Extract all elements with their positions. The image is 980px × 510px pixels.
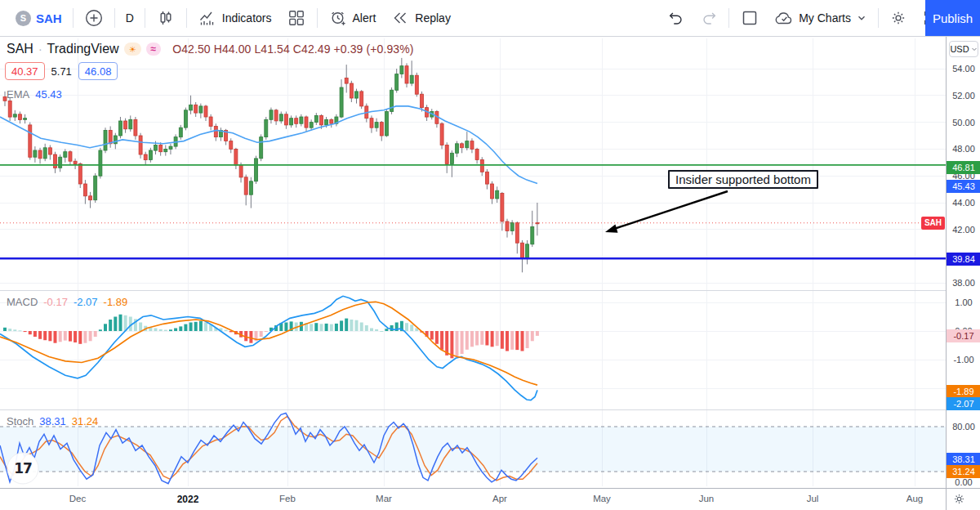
axis-price-badge: 46.81 [947, 161, 980, 174]
axis-price-badge: 39.84 [947, 253, 980, 266]
time-axis-month-label: May [593, 494, 611, 503]
indicators-label: Indicators [222, 11, 272, 25]
legend-symbol[interactable]: SAH [7, 42, 33, 56]
time-axis-gear-icon[interactable] [952, 492, 966, 509]
toolbar-divider [186, 8, 187, 28]
plus-circle-icon [84, 8, 104, 28]
macd-label: MACD [7, 296, 38, 308]
axis-tick-label: 42.00 [947, 224, 980, 235]
alert-clock-icon [328, 8, 348, 28]
ema-label: EMA [7, 88, 29, 101]
macd-hist-value: -0.17 [43, 296, 68, 308]
toolbar-divider [728, 8, 729, 28]
ema-value: 45.43 [35, 88, 62, 101]
currency-button[interactable]: USD [949, 41, 978, 57]
publish-button[interactable]: Publish [925, 0, 980, 36]
vertical-gridlines [78, 38, 915, 486]
cloud-check-icon [774, 8, 794, 28]
ema-legend[interactable]: EMA 45.43 [7, 88, 62, 101]
axis-tick-label: 0.00 [947, 476, 980, 488]
gear-icon [889, 9, 907, 27]
high-chip[interactable]: 46.08 [78, 62, 118, 80]
market-status-icon[interactable]: ☀ [124, 42, 141, 56]
time-axis-month-label: Mar [376, 494, 392, 503]
ohlc-values: O42.50 H44.00 L41.54 C42.49 +0.39 (+0.93… [172, 42, 413, 56]
layout-select-button[interactable] [733, 4, 767, 32]
last-price-symbol-marker: SAH [921, 217, 945, 230]
axis-tick-label: 80.00 [947, 421, 980, 432]
stoch-legend[interactable]: Stoch 38.31 31.24 [7, 415, 98, 427]
axis-price-badge: 31.24 [947, 465, 980, 478]
replay-button[interactable]: Replay [383, 4, 458, 32]
chart-style-button[interactable] [149, 4, 183, 32]
toolbar-divider [317, 8, 318, 28]
compare-add-button[interactable] [77, 4, 111, 32]
indicators-button[interactable]: Indicators [190, 4, 279, 32]
macd-histogram [3, 315, 539, 359]
stoch-d-value: 31.24 [72, 415, 99, 427]
single-layout-icon [740, 8, 760, 28]
axis-tick-label: 44.00 [947, 197, 980, 208]
interval-button[interactable]: D [118, 4, 141, 32]
annotation-text-box[interactable]: Insider supported bottom [668, 170, 818, 189]
symbol-name: SAH [36, 11, 62, 25]
axis-tick-label: 38.00 [947, 277, 980, 289]
symbol-search-button[interactable]: S SAH [8, 4, 69, 32]
macd-line-value: -2.07 [74, 296, 98, 308]
axis-price-badge: -2.07 [947, 397, 980, 410]
toolbar-divider [878, 8, 879, 28]
svg-text:17: 17 [14, 460, 32, 476]
stoch-k-value: 38.31 [39, 415, 66, 427]
axis-price-badge: 45.43 [947, 180, 980, 193]
legend-source: TradingView [47, 42, 119, 56]
time-axis-month-label: Jun [699, 494, 715, 503]
toolbar-divider [145, 8, 145, 28]
stoch-label: Stoch [7, 415, 33, 427]
alert-label: Alert [353, 11, 376, 25]
axis-corner-divider [946, 489, 947, 510]
redo-button[interactable] [693, 4, 725, 32]
axis-tick-label: 54.00 [947, 63, 980, 74]
settings-button[interactable] [882, 4, 915, 32]
axis-tick-label: 52.00 [947, 90, 980, 101]
time-axis-month-label: Dec [69, 494, 86, 503]
axis-tick-label: 48.00 [947, 143, 980, 154]
indicators-icon [198, 8, 217, 28]
undo-icon [667, 9, 685, 27]
pane-separator[interactable] [0, 409, 980, 410]
time-axis[interactable]: Dec2022FebMarAprMayJunJulAug [0, 488, 980, 509]
my-charts-button[interactable]: My Charts [767, 4, 875, 32]
axis-tick-label: -1.00 [947, 354, 980, 365]
range-value: 5.71 [51, 65, 72, 78]
macd-legend[interactable]: MACD -0.17 -2.07 -1.89 [7, 296, 127, 308]
time-axis-month-label: 2022 [177, 494, 199, 505]
toolbar-divider [73, 8, 74, 28]
range-stats: 40.37 5.71 46.08 [5, 62, 118, 80]
alert-button[interactable]: Alert [321, 4, 384, 32]
time-axis-month-label: Feb [279, 494, 296, 503]
toolbar-divider [114, 8, 115, 28]
pane-separator[interactable] [0, 290, 980, 291]
annotation-arrow[interactable] [605, 191, 728, 233]
price-axis[interactable]: USD 54.0052.0050.0048.0046.0044.0042.004… [946, 37, 980, 488]
chart-canvas[interactable]: 17 [0, 37, 980, 488]
main-legend: SAH · TradingView ☀ ≈ O42.50 H44.00 L41.… [7, 42, 414, 56]
macd-signal-value: -1.89 [104, 296, 128, 308]
templates-button[interactable] [279, 4, 314, 32]
delayed-data-icon[interactable]: ≈ [146, 42, 162, 56]
axis-price-badge: -1.89 [947, 385, 980, 398]
low-chip[interactable]: 40.37 [5, 62, 45, 80]
chevron-down-icon [971, 46, 978, 52]
chart-area[interactable]: 17 SAH · TradingView ☀ ≈ O42.50 H44.00 L… [0, 37, 980, 488]
replay-label: Replay [415, 11, 451, 25]
axis-price-badge: -0.17 [947, 329, 980, 342]
top-toolbar: S SAH D Indicators Alert Replay [0, 0, 980, 37]
time-axis-month-label: Apr [492, 494, 507, 503]
time-axis-month-label: Jul [807, 494, 819, 503]
candlestick-icon [156, 8, 176, 28]
symbol-logo: S [16, 11, 31, 26]
replay-rewind-icon [390, 8, 410, 28]
currency-label: USD [950, 44, 969, 54]
axis-tick-label: 1.00 [947, 297, 980, 308]
undo-button[interactable] [660, 4, 693, 32]
